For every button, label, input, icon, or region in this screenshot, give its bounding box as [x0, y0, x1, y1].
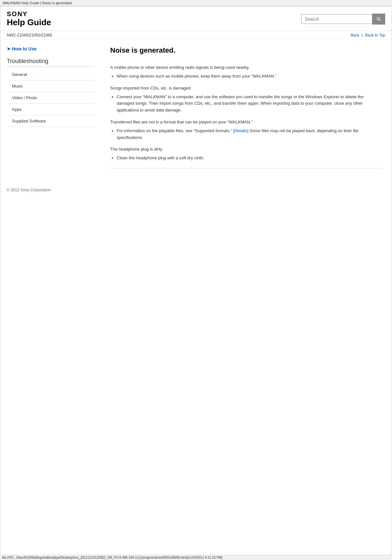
section4-list: Clean the headphone plug with a soft dry… — [117, 155, 382, 162]
back-link[interactable]: Back — [351, 33, 359, 37]
sidebar-item-supplied-software[interactable]: Supplied Software — [7, 115, 94, 127]
bottom-bar: file:///F|/...20and%20Settings/editorala… — [0, 555, 392, 555]
details-link[interactable]: [Details] — [233, 128, 249, 133]
model-number: NWZ-Z1040/Z1050/Z1060 — [7, 33, 52, 37]
content-section-4: The headphone plug is dirty. Clean the h… — [110, 146, 382, 162]
content-section-2: Songs imported from CDs, etc. is damaged… — [110, 85, 382, 114]
chevron-right-icon: ➤ — [7, 46, 11, 51]
search-input[interactable] — [301, 14, 372, 24]
sony-logo: SONY — [7, 10, 51, 17]
svg-line-1 — [379, 19, 381, 21]
browser-title: WALKMAN Help Guide | Noise is generated. — [3, 1, 73, 5]
section2-bullet-1: Connect your “WALKMAN” to a computer, an… — [117, 94, 382, 114]
search-area — [301, 14, 385, 25]
section4-bullet-1: Clean the headphone plug with a soft dry… — [117, 155, 382, 162]
browser-title-bar: WALKMAN Help Guide | Noise is generated. — [0, 0, 392, 6]
sidebar-item-apps[interactable]: Apps — [7, 104, 94, 115]
copyright: © 2012 Sony Corporation — [7, 188, 385, 192]
section3-list: For information on the playable files, s… — [117, 128, 382, 141]
header: SONY Help Guide — [0, 6, 392, 31]
search-button[interactable] — [372, 14, 385, 25]
sidebar-item-general[interactable]: General — [7, 69, 94, 80]
section1-list: When using devices such as mobile phones… — [117, 73, 382, 80]
content-divider — [110, 168, 382, 168]
content-section-3: Transferred files are not in a format th… — [110, 119, 382, 141]
main-content: ➤ How to Use Troubleshooting General Mus… — [0, 40, 392, 181]
back-to-top-link[interactable]: Back to Top — [365, 33, 385, 37]
nav-bar: NWZ-Z1040/Z1050/Z1060 Back | Back to Top — [0, 31, 392, 40]
header-left: SONY Help Guide — [7, 10, 51, 27]
troubleshooting-heading: Troubleshooting — [7, 58, 94, 67]
svg-point-0 — [377, 17, 380, 20]
footer-area: © 2012 Sony Corporation — [0, 181, 392, 195]
nav-separator: | — [362, 33, 363, 37]
section2-list: Connect your “WALKMAN” to a computer, an… — [117, 94, 382, 114]
section3-paragraph: Transferred files are not in a format th… — [110, 119, 382, 126]
content-section-1: A mobile phone or other device emitting … — [110, 64, 382, 80]
nav-links: Back | Back to Top — [351, 33, 385, 37]
sidebar: ➤ How to Use Troubleshooting General Mus… — [0, 40, 101, 181]
section1-bullet-1: When using devices such as mobile phones… — [117, 73, 382, 80]
page-wrapper: SONY Help Guide NWZ-Z1040/Z1050/Z1060 Ba… — [0, 6, 392, 555]
section2-paragraph: Songs imported from CDs, etc. is damaged… — [110, 85, 382, 92]
section1-paragraph: A mobile phone or other device emitting … — [110, 64, 382, 71]
how-to-use-label: How to Use — [12, 46, 37, 51]
content-area: Noise is generated. A mobile phone or ot… — [101, 40, 392, 181]
how-to-use-link[interactable]: ➤ How to Use — [7, 46, 94, 51]
page-title: Noise is generated. — [110, 46, 382, 58]
section3-bullet-1: For information on the playable files, s… — [117, 128, 382, 141]
sidebar-item-video-photo[interactable]: Video / Photo — [7, 92, 94, 104]
help-guide-title: Help Guide — [7, 17, 51, 27]
section4-paragraph: The headphone plug is dirty. — [110, 146, 382, 153]
sidebar-item-music[interactable]: Music — [7, 80, 94, 92]
search-icon — [376, 16, 381, 22]
